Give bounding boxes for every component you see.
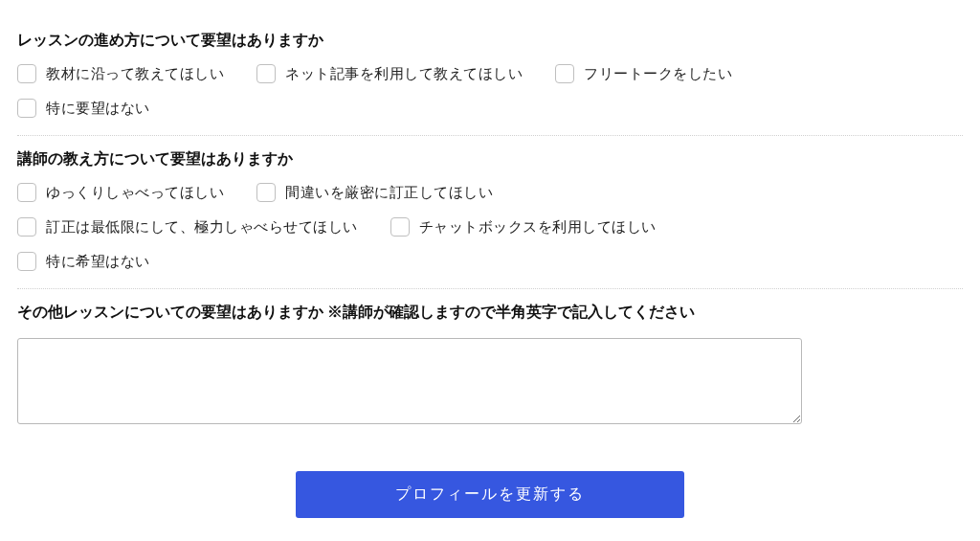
lesson-flow-section: レッスンの進め方について要望はありますか 教材に沿って教えてほしい ネット記事を… [17, 17, 963, 136]
lesson-flow-row-1: 教材に沿って教えてほしい ネット記事を利用して教えてほしい フリートークをしたい [17, 64, 963, 83]
teaching-style-section: 講師の教え方について要望はありますか ゆっくりしゃべってほしい 間違いを厳密に訂… [17, 136, 963, 289]
lesson-flow-option-2-label: フリートークをしたい [584, 65, 732, 83]
other-requests-textarea[interactable] [17, 338, 802, 424]
teaching-style-row-3: 特に希望はない [17, 252, 963, 271]
other-requests-section: その他レッスンについての要望はありますか ※講師が確認しますので半角英字で記入し… [17, 289, 963, 444]
checkbox-icon [17, 183, 36, 202]
lesson-flow-row-2: 特に要望はない [17, 99, 963, 118]
lesson-flow-title: レッスンの進め方について要望はありますか [17, 31, 963, 51]
lesson-flow-option-0[interactable]: 教材に沿って教えてほしい [17, 64, 224, 83]
teaching-style-option-2-label: 訂正は最低限にして、極力しゃべらせてほしい [46, 218, 358, 237]
checkbox-icon [17, 64, 36, 83]
other-requests-textarea-wrap [17, 336, 963, 427]
lesson-flow-option-1-label: ネット記事を利用して教えてほしい [285, 65, 523, 83]
teaching-style-title: 講師の教え方について要望はありますか [17, 149, 963, 169]
submit-row: プロフィールを更新する [17, 444, 963, 518]
checkbox-icon [17, 252, 36, 271]
teaching-style-option-3[interactable]: チャットボックスを利用してほしい [390, 217, 657, 237]
checkbox-icon [256, 64, 276, 83]
teaching-style-option-3-label: チャットボックスを利用してほしい [419, 218, 657, 237]
checkbox-icon [17, 217, 36, 237]
teaching-style-option-0-label: ゆっくりしゃべってほしい [46, 184, 224, 202]
lesson-flow-option-2[interactable]: フリートークをしたい [555, 64, 732, 83]
teaching-style-option-2[interactable]: 訂正は最低限にして、極力しゃべらせてほしい [17, 217, 358, 237]
teaching-style-option-1[interactable]: 間違いを厳密に訂正してほしい [256, 183, 493, 202]
teaching-style-option-1-label: 間違いを厳密に訂正してほしい [285, 184, 493, 202]
checkbox-icon [17, 99, 36, 118]
lesson-flow-option-0-label: 教材に沿って教えてほしい [46, 65, 224, 83]
other-requests-title: その他レッスンについての要望はありますか ※講師が確認しますので半角英字で記入し… [17, 303, 963, 323]
teaching-style-row-1: ゆっくりしゃべってほしい 間違いを厳密に訂正してほしい [17, 183, 963, 202]
checkbox-icon [555, 64, 574, 83]
teaching-style-option-0[interactable]: ゆっくりしゃべってほしい [17, 183, 224, 202]
teaching-style-row-2: 訂正は最低限にして、極力しゃべらせてほしい チャットボックスを利用してほしい [17, 217, 963, 237]
lesson-flow-option-3[interactable]: 特に要望はない [17, 99, 150, 118]
teaching-style-option-4[interactable]: 特に希望はない [17, 252, 150, 271]
checkbox-icon [256, 183, 276, 202]
checkbox-icon [390, 217, 410, 237]
update-profile-button[interactable]: プロフィールを更新する [296, 471, 684, 518]
lesson-flow-option-1[interactable]: ネット記事を利用して教えてほしい [256, 64, 523, 83]
teaching-style-option-4-label: 特に希望はない [46, 253, 150, 271]
lesson-flow-option-3-label: 特に要望はない [46, 100, 150, 118]
